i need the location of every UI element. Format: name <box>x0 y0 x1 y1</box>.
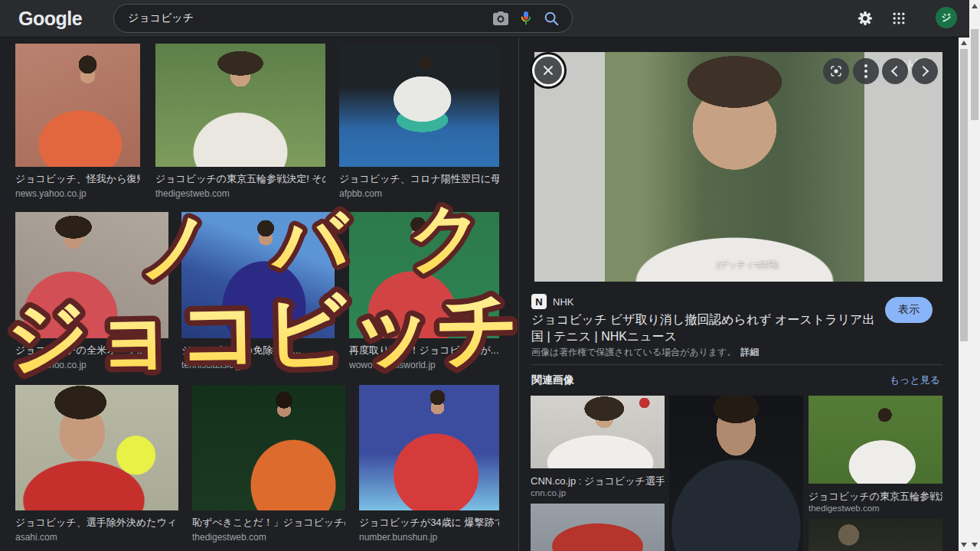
view-button[interactable]: 表示 <box>885 297 933 323</box>
google-logo[interactable]: Google <box>18 8 82 30</box>
result-title[interactable]: ジョコビッチが34歳に 爆撃跡で... <box>359 516 499 530</box>
camera-search-icon[interactable] <box>492 11 509 26</box>
result-source: afpbb.com <box>339 188 499 199</box>
account-avatar[interactable]: ジ <box>936 7 957 28</box>
copyright-note: 画像は著作権で保護されている場合があります。詳細 <box>531 346 759 359</box>
result-thumbnail[interactable] <box>349 212 499 338</box>
result-thumbnail[interactable] <box>359 385 499 510</box>
image-result[interactable]: ジョコビッチの免除措置... tennisclassic.jp <box>181 212 335 370</box>
mic-icon[interactable] <box>519 9 533 28</box>
image-results-grid: ジョコビッチ、怪我から復帰... news.yahoo.co.jp ジョコビッチ… <box>0 37 518 551</box>
scrollbar-thumb[interactable] <box>971 29 978 120</box>
result-source: thedigestweb.com <box>192 532 345 543</box>
search-input[interactable] <box>114 12 492 24</box>
related-title[interactable]: ジョコビッチの東京五輪参戦決... <box>808 490 942 504</box>
result-title[interactable]: ジョコビッチの全米オープ... <box>15 344 168 357</box>
preview-image-area[interactable]: (ゲッティ=共同) NHK <box>534 52 942 282</box>
close-icon[interactable] <box>534 57 562 84</box>
scroll-up-icon[interactable] <box>961 41 967 45</box>
result-thumbnail[interactable] <box>181 212 335 338</box>
result-title[interactable]: ジョコビッチの東京五輪参戦決定! そのか... <box>155 172 325 186</box>
related-thumbnail[interactable] <box>531 396 665 468</box>
result-title[interactable]: 再度取り消し！ジョコビッチが... <box>349 344 499 357</box>
divider <box>531 364 942 365</box>
see-more-link[interactable]: もっと見る <box>890 373 940 387</box>
window-scrollbar[interactable] <box>969 0 980 551</box>
preview-title[interactable]: ジョコビッチ ビザ取り消し撤回認められず オーストラリア出国 | テニス | N… <box>531 311 882 345</box>
image-result[interactable]: ジョコビッチ、選手除外決めたウィンブ... asahi.com <box>15 385 178 543</box>
details-link[interactable]: 詳細 <box>740 347 759 357</box>
result-source: tennisclassic.jp <box>181 360 335 370</box>
photo-credit: (ゲッティ=共同) <box>717 259 779 271</box>
image-result[interactable]: ジョコビッチが34歳に 爆撃跡で... number.bunshun.jp <box>359 385 499 543</box>
image-result[interactable]: ジョコビッチ、コロナ陽性翌日に母国... afpbb.com <box>339 44 499 199</box>
result-thumbnail[interactable] <box>15 385 178 510</box>
result-source: wowowtennisworld.jp <box>349 360 499 370</box>
related-title[interactable]: CNN.co.jp : ジョコビッチ選手... <box>531 474 665 488</box>
result-thumbnail[interactable] <box>155 44 325 167</box>
image-result[interactable]: 再度取り消し！ジョコビッチが... wowowtennisworld.jp <box>349 212 499 370</box>
result-title[interactable]: ジョコビッチ、選手除外決めたウィンブ... <box>15 516 178 530</box>
top-bar: Google ジ <box>0 0 969 37</box>
copyright-text: 画像は著作権で保護されている場合があります。 <box>531 347 736 357</box>
related-source: thedigestweb.com <box>808 504 942 513</box>
search-icon[interactable] <box>543 10 560 27</box>
related-thumbnail[interactable] <box>669 396 803 551</box>
result-title[interactable]: ジョコビッチ、怪我から復帰... <box>15 172 140 186</box>
result-source: asahi.com <box>15 532 178 543</box>
next-image-icon[interactable] <box>912 58 938 84</box>
related-thumbnail[interactable] <box>808 396 942 484</box>
preview-photo[interactable]: (ゲッティ=共同) <box>605 52 864 282</box>
scroll-up-icon[interactable] <box>972 4 978 8</box>
result-thumbnail[interactable] <box>15 212 168 338</box>
image-result[interactable]: ジョコビッチ、怪我から復帰... news.yahoo.co.jp <box>15 44 140 199</box>
result-thumbnail[interactable] <box>192 385 345 510</box>
previous-image-icon[interactable] <box>882 58 908 84</box>
image-result[interactable]: ジョコビッチの全米オープ... news.yahoo.co.jp <box>15 212 168 370</box>
result-title[interactable]: ジョコビッチ、コロナ陽性翌日に母国... <box>339 172 499 186</box>
panel-scrollbar[interactable] <box>959 37 969 551</box>
more-options-icon[interactable] <box>853 58 879 84</box>
settings-gear-icon[interactable] <box>856 9 874 28</box>
result-title[interactable]: 恥ずべきことだ！」ジョコビッチの... <box>192 516 345 530</box>
result-source: number.bunshun.jp <box>359 532 499 543</box>
lens-search-icon[interactable] <box>823 58 849 84</box>
result-source: thedigestweb.com <box>155 188 325 199</box>
result-thumbnail[interactable] <box>15 44 140 167</box>
result-source: news.yahoo.co.jp <box>15 188 140 199</box>
image-preview-panel: (ゲッティ=共同) NHK N NHK 表示 ジョコビッチ ビザ取り消し撤回認め… <box>518 37 959 551</box>
result-thumbnail[interactable] <box>339 44 499 167</box>
result-source: news.yahoo.co.jp <box>15 360 168 370</box>
source-name[interactable]: NHK <box>553 296 573 308</box>
apps-grid-icon[interactable] <box>890 9 908 28</box>
image-result[interactable]: ジョコビッチの東京五輪参戦決定! そのか... thedigestweb.com <box>155 44 325 199</box>
source-favicon: N <box>531 294 547 309</box>
scroll-down-icon[interactable] <box>972 543 978 547</box>
result-title[interactable]: ジョコビッチの免除措置... <box>181 344 335 357</box>
related-source: cnn.co.jp <box>531 488 665 497</box>
google-images-page: Google ジ ジョコビッチ、怪我から復帰... news.yahoo.co.… <box>0 0 980 551</box>
scrollbar-thumb[interactable] <box>960 49 968 341</box>
related-images-heading: 関連画像 <box>531 373 574 387</box>
search-box[interactable] <box>113 4 573 33</box>
scroll-down-icon[interactable] <box>961 543 967 547</box>
related-thumbnail[interactable] <box>531 504 665 551</box>
image-result[interactable]: 恥ずべきことだ！」ジョコビッチの... thedigestweb.com <box>192 385 345 543</box>
related-thumbnail[interactable] <box>808 519 942 551</box>
